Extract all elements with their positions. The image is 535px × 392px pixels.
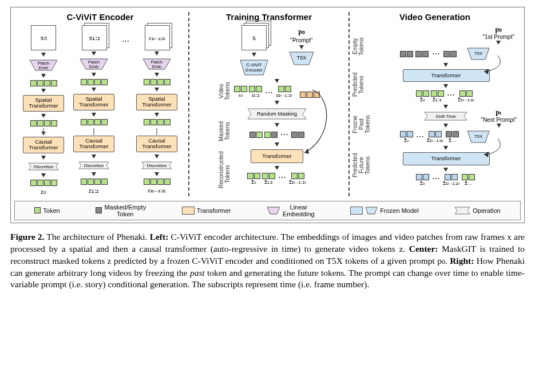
legend-linear-label: Linear Embedding — [283, 204, 315, 217]
z2t-label: z₂ₜ₋₁:₂ₜ — [276, 92, 293, 98]
transformer-swatch-icon — [182, 207, 195, 215]
svg-marker-34 — [484, 152, 489, 157]
tokens-green — [30, 180, 57, 186]
legend-operation: Operation — [454, 207, 500, 215]
caption-right-lead: Right: — [450, 256, 474, 266]
arrow-icon — [41, 173, 46, 177]
arrow-icon — [154, 172, 159, 176]
svg-text:Emb: Emb — [152, 64, 162, 69]
svg-text:C-ViViT: C-ViViT — [246, 62, 261, 68]
arrow-icon — [41, 114, 46, 118]
x2t-label: x₂ₜ₋₁:₂ₜ — [149, 35, 167, 41]
enc-col-1: x₁:₂ Patch Emb Spatial Transformer — [70, 25, 118, 195]
frozen-trap-swatch-icon — [365, 207, 378, 215]
frame-x12-stack: x₁:₂ — [82, 25, 106, 49]
arrow-icon — [41, 53, 46, 57]
arrow-icon — [92, 172, 96, 176]
legend-masked-label: Masked/Empty Token — [104, 204, 146, 217]
tokens-green — [81, 119, 108, 125]
panel2-sidelabels: Video Tokens Masked Tokens Reconstructed… — [218, 80, 231, 188]
causal-transformer: Causal Transformer — [23, 137, 64, 153]
gen-zh2t: ẑ₂ₜ₋₁:₂ₜ — [458, 97, 475, 102]
frozen-zh0: ẑ₀ — [404, 137, 409, 143]
caption-right-em: past — [190, 268, 205, 278]
arrow-icon — [41, 156, 46, 160]
transformer-label: Transformer — [431, 72, 461, 78]
tokens-green — [144, 119, 171, 125]
legend-token-label: Token — [43, 207, 60, 214]
x0-label: x₀ — [40, 33, 47, 42]
arrow-icon — [154, 88, 159, 92]
spatial-label: Spatial Transformer — [142, 96, 171, 108]
arrow-icon — [275, 142, 279, 146]
random-masking-op: Random Masking — [245, 108, 308, 120]
svg-text:Encoder: Encoder — [245, 68, 263, 73]
p0-label: p₀ — [298, 27, 305, 36]
frozen-rect-swatch-icon — [350, 207, 363, 215]
masked-tokens-row: ⋯ — [249, 130, 304, 140]
frame-x-stack: x — [241, 25, 267, 50]
svg-text:Random Masking: Random Masking — [257, 111, 297, 117]
arrow-icon — [92, 155, 96, 159]
side-frozen-label: Frozne Past Tokens — [352, 111, 371, 137]
svg-text:Discretize: Discretize — [84, 163, 104, 168]
frame-x0: x₀ — [31, 25, 56, 50]
arrow-icon — [299, 45, 304, 49]
arrow-icon — [443, 84, 448, 88]
arrow-icon — [92, 73, 96, 77]
z2t-label: z₂ₜ₋₁:₂ₜ — [148, 187, 166, 194]
token-swatch-icon — [34, 207, 41, 213]
discretize-op: Discretize — [78, 161, 110, 170]
arrow-icon — [496, 41, 501, 45]
cvivit-encoder-frozen: C-ViViT Encoder — [238, 59, 270, 76]
zh2t-label: ẑ₂ₜ₋₁:₂ₜ — [289, 179, 307, 185]
panel-training: Training Transformer Video Tokens Masked… — [192, 12, 346, 196]
legend-token: Token — [34, 207, 60, 214]
caption-left-lead: Left: — [150, 232, 169, 241]
z12-label: z₁:₂ — [252, 92, 260, 98]
frozen-zh2t: ẑ₂ₜ₋₁:₂ₜ — [427, 137, 445, 143]
spatial-transformer: Spatial Transformer — [23, 95, 64, 112]
panel2-title: Training Transformer — [226, 12, 312, 22]
tokens-green — [144, 79, 171, 85]
tokens-green — [81, 179, 108, 185]
side-empty-label: Empty Tokens — [352, 34, 371, 58]
causal-transformer: Causal Transformer — [73, 136, 114, 152]
arrow-icon — [275, 79, 279, 83]
t5x-frozen: T5X — [287, 51, 316, 66]
arrow-icon — [92, 52, 96, 56]
figure-legend: Token Masked/Empty Token Transformer Lin… — [14, 201, 521, 220]
svg-marker-36 — [366, 207, 377, 214]
causal-label: Causal Transformer — [29, 138, 58, 151]
frozen-past-row: ẑ₀ ⋯ ẑ₂ₜ₋₁:₂ₜ ẑ… T5X — [400, 130, 492, 144]
prompt-label: "Prompt" — [290, 37, 312, 43]
future-zdots: ẑ… — [465, 180, 473, 186]
separator-1 — [186, 12, 192, 196]
panel3-title: Video Generation — [399, 12, 470, 22]
connector — [70, 127, 118, 134]
predicted-tokens-row: ẑ₀ ẑ₁:₂ ⋯ ẑ₂ₜ₋₁:₂ₜ — [416, 90, 475, 102]
operation-swatch-icon — [454, 207, 470, 215]
t5x-arrow-1 — [482, 54, 510, 74]
legend-operation-label: Operation — [473, 207, 500, 214]
caption-center-lead: Center: — [409, 244, 438, 254]
arrow-icon — [92, 113, 96, 117]
future-zh0: ẑ₀ — [420, 180, 425, 186]
x-label: x — [252, 33, 256, 42]
frozen-zdots: ẑ… — [449, 137, 457, 143]
enc-dots: ⋯ — [120, 25, 130, 46]
masked-swatch-icon — [96, 207, 102, 213]
spatial-label: Spatial Transformer — [79, 96, 108, 108]
svg-text:T5X: T5X — [297, 55, 307, 61]
gen-transformer-1: Transformer — [403, 69, 490, 82]
linear-swatch-icon — [267, 207, 280, 215]
shift-time-op: Shift Time — [423, 111, 469, 121]
arrow-icon — [443, 63, 448, 67]
spatial-transformer: Spatial Transformer — [73, 94, 114, 110]
zh0-label: ẑ₀ — [251, 179, 256, 185]
panel1-title: C-ViViT Encoder — [67, 12, 134, 22]
svg-marker-35 — [267, 207, 280, 214]
legend-transformer: Transformer — [182, 207, 231, 215]
panels-row: C-ViViT Encoder x₀ Patch Emb Spatial Tra — [14, 12, 521, 196]
svg-text:Shift Time: Shift Time — [435, 114, 456, 119]
